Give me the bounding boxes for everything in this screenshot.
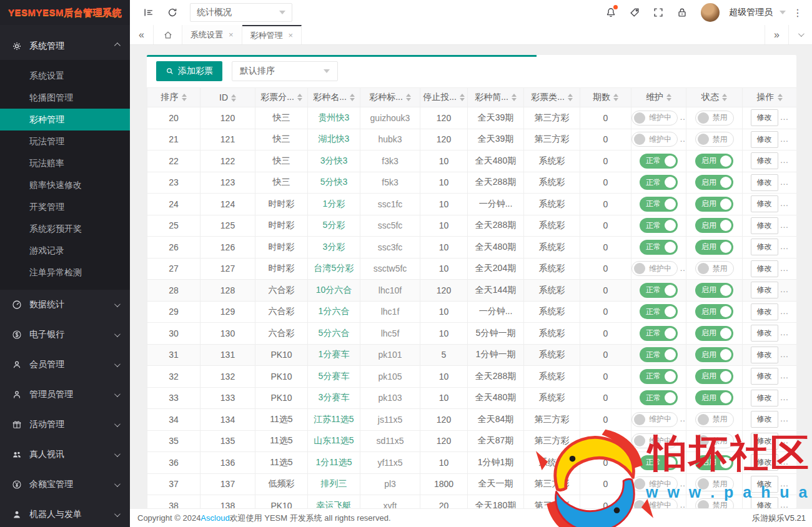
maintenance-toggle-on[interactable]: 正常 [640, 175, 678, 190]
maintenance-toggle-on[interactable]: 正常 [640, 326, 678, 341]
status-toggle-on[interactable]: 启用 [695, 326, 733, 341]
status-toggle-on[interactable]: 启用 [695, 197, 733, 212]
sidebar-subitem-8[interactable]: 游戏记录 [0, 240, 130, 262]
lottery-name-link[interactable]: 1分赛车 [319, 349, 350, 359]
tabs-scroll-left-button[interactable]: « [130, 25, 154, 44]
refresh-icon[interactable] [162, 2, 182, 22]
maintenance-toggle-on[interactable]: 正常 [640, 240, 678, 255]
edit-button[interactable]: 修改 [751, 217, 778, 234]
column-header[interactable]: ID [201, 88, 255, 107]
close-icon[interactable]: × [289, 31, 294, 40]
edit-button[interactable]: 修改 [751, 433, 778, 450]
more-actions[interactable]: … [780, 370, 789, 380]
lottery-name-link[interactable]: 5分彩 [323, 220, 345, 230]
lottery-name-link[interactable]: 5分赛车 [319, 371, 350, 381]
more-actions[interactable]: … [780, 198, 789, 208]
lottery-name-link[interactable]: 江苏11选5 [314, 414, 354, 424]
tab-0[interactable]: 系统设置× [182, 25, 242, 44]
sidebar-subitem-1[interactable]: 轮播图管理 [0, 87, 130, 109]
column-header[interactable]: 彩种标... [360, 88, 420, 107]
more-menu-icon[interactable]: ⋮ [790, 7, 806, 19]
maintenance-toggle-on[interactable]: 正常 [640, 197, 678, 212]
more-actions[interactable]: … [780, 134, 789, 144]
status-toggle-on[interactable]: 启用 [695, 369, 733, 384]
sort-select[interactable]: 默认排序 [232, 61, 338, 81]
status-toggle-on[interactable]: 启用 [695, 455, 733, 470]
edit-button[interactable]: 修改 [751, 347, 778, 363]
edit-button[interactable]: 修改 [751, 260, 778, 277]
lottery-name-link[interactable]: 台湾5分彩 [314, 263, 354, 273]
status-toggle-on[interactable]: 启用 [695, 283, 733, 298]
maintenance-toggle-on[interactable]: 正常 [640, 283, 678, 298]
lottery-name-link[interactable]: 山东11选5 [314, 435, 354, 445]
more-actions[interactable]: … [780, 478, 789, 488]
more-actions[interactable]: … [780, 112, 789, 122]
sidebar-subitem-2-active[interactable]: 彩种管理 [0, 109, 130, 131]
edit-button[interactable]: 修改 [751, 174, 778, 191]
sort-icon[interactable] [778, 94, 783, 101]
column-header[interactable]: 维护 [631, 88, 686, 107]
status-toggle-off[interactable]: 禁用 [695, 476, 734, 491]
lottery-name-link[interactable]: 湖北快3 [319, 134, 350, 144]
edit-button[interactable]: 修改 [751, 411, 778, 428]
sort-icon[interactable] [512, 94, 517, 101]
sidebar-subitem-6[interactable]: 开奖管理 [0, 196, 130, 218]
status-toggle-on[interactable]: 启用 [695, 240, 733, 255]
column-header[interactable]: 彩种名... [308, 88, 360, 107]
edit-button[interactable]: 修改 [751, 325, 778, 342]
sort-icon[interactable] [231, 94, 236, 102]
tabs-scroll-right-button[interactable]: » [765, 25, 788, 44]
more-actions[interactable]: … [780, 349, 789, 359]
more-actions[interactable]: … [780, 456, 789, 466]
maintenance-toggle-on[interactable]: 正常 [640, 347, 678, 362]
column-header[interactable]: 彩票分... [255, 88, 308, 107]
lottery-name-link[interactable]: 贵州快3 [319, 112, 350, 122]
lottery-name-link[interactable]: 排列三 [321, 478, 347, 488]
sort-icon[interactable] [297, 94, 302, 101]
maintenance-toggle-off[interactable]: 维护中 [631, 412, 678, 427]
sidebar-group-video[interactable]: 真人视讯 [0, 440, 130, 470]
nav-select[interactable]: 统计概况 [190, 3, 292, 22]
maintenance-toggle-on[interactable]: 正常 [640, 154, 678, 169]
sidebar-group-admin[interactable]: 管理员管理 [0, 380, 130, 410]
status-toggle-off[interactable]: 禁用 [695, 132, 734, 147]
maintenance-toggle-on[interactable]: 正常 [640, 218, 678, 233]
lottery-name-link[interactable]: 1分11选5 [315, 457, 352, 467]
sidebar-group-gift[interactable]: 活动管理 [0, 410, 130, 440]
edit-button[interactable]: 修改 [751, 152, 778, 169]
fullscreen-icon[interactable] [648, 2, 668, 22]
status-toggle-off[interactable]: 禁用 [695, 433, 734, 448]
edit-button[interactable]: 修改 [751, 368, 778, 385]
sidebar-group-dollar[interactable]: 电子银行 [0, 320, 130, 350]
more-actions[interactable]: … [780, 392, 789, 402]
lottery-name-link[interactable]: 1分六合 [319, 306, 350, 316]
lottery-name-link[interactable]: 5分六合 [319, 328, 350, 338]
more-actions[interactable]: … [780, 241, 789, 251]
lock-icon[interactable] [672, 2, 692, 22]
column-header[interactable]: 彩种简... [468, 88, 524, 107]
sidebar-subitem-4[interactable]: 玩法赔率 [0, 152, 130, 174]
status-toggle-on[interactable]: 启用 [695, 390, 733, 405]
edit-button[interactable]: 修改 [751, 390, 778, 406]
sidebar-group-member[interactable]: 会员管理 [0, 350, 130, 380]
more-actions[interactable]: … [780, 306, 789, 316]
status-toggle-on[interactable]: 启用 [695, 218, 733, 233]
sort-icon[interactable] [666, 94, 671, 101]
sidebar-group-system[interactable]: 系统管理 [0, 32, 130, 60]
maintenance-toggle-off[interactable]: 维护中 [631, 498, 678, 508]
sidebar-subitem-0[interactable]: 系统设置 [0, 65, 130, 87]
sort-icon[interactable] [722, 94, 727, 101]
edit-button[interactable]: 修改 [751, 454, 778, 471]
sidebar-group-robot[interactable]: 机器人与发单 [0, 500, 130, 527]
edit-button[interactable]: 修改 [751, 109, 778, 126]
maintenance-toggle-off[interactable]: 维护中 [631, 476, 678, 491]
lottery-name-link[interactable]: 3分赛车 [319, 392, 350, 402]
tab-1-active[interactable]: 彩种管理× [242, 25, 302, 44]
column-header[interactable]: 状态 [686, 88, 743, 107]
more-actions[interactable]: … [780, 284, 789, 294]
status-toggle-off[interactable]: 禁用 [695, 498, 734, 508]
maintenance-toggle-on[interactable]: 正常 [640, 455, 678, 470]
status-toggle-on[interactable]: 启用 [695, 304, 733, 319]
lottery-name-link[interactable]: 幸运飞艇 [317, 500, 352, 508]
status-toggle-off[interactable]: 禁用 [695, 111, 734, 126]
